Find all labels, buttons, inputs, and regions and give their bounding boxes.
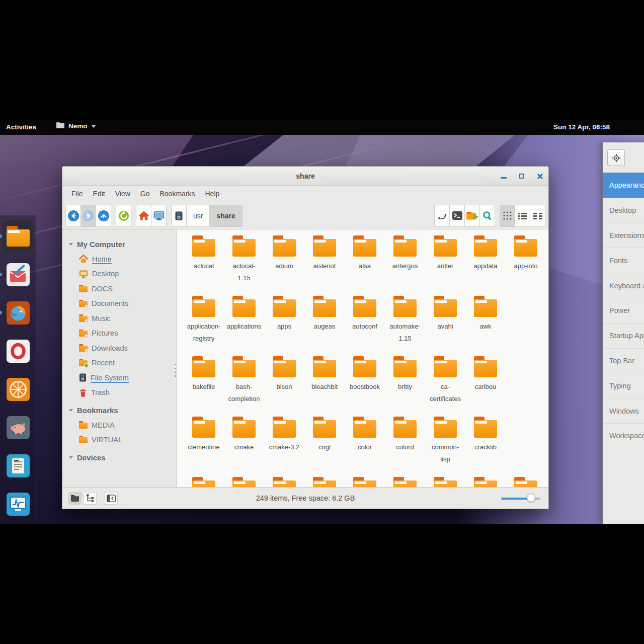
tweaks-item-extensions[interactable]: Extensions bbox=[603, 223, 644, 248]
menu-edit[interactable]: Edit bbox=[88, 186, 110, 202]
clock[interactable]: Sun 12 Apr, 06:58 bbox=[553, 123, 610, 131]
sidebar-section-bookmarks[interactable]: Bookmarks bbox=[62, 403, 176, 418]
sidebar-section-my-computer[interactable]: My Computer bbox=[62, 236, 176, 252]
file-item-cmake[interactable]: cmake bbox=[224, 417, 264, 453]
file-item-aclocal-1.15[interactable]: aclocal- 1.15 bbox=[224, 235, 264, 284]
file-item-app-info[interactable]: app-info bbox=[506, 235, 546, 272]
search-button[interactable] bbox=[479, 205, 495, 227]
new-folder-button[interactable] bbox=[464, 205, 480, 227]
tweaks-item-workspaces[interactable]: Workspaces bbox=[603, 423, 644, 448]
file-item-colord[interactable]: colord bbox=[385, 417, 425, 453]
minimize-button[interactable] bbox=[500, 173, 507, 180]
file-item-partial[interactable] bbox=[304, 477, 345, 487]
file-item-cogl[interactable]: cogl bbox=[304, 417, 345, 453]
dock-item-system-monitor[interactable] bbox=[4, 490, 32, 518]
sidebar-item-virtual[interactable]: VIRTUAL bbox=[62, 433, 176, 448]
sidebar-item-desktop[interactable]: Desktop bbox=[62, 267, 176, 282]
window-titlebar[interactable]: share bbox=[62, 167, 548, 186]
maximize-button[interactable] bbox=[518, 173, 525, 180]
file-item-aisleriot[interactable]: aisleriot bbox=[304, 235, 345, 272]
file-item-alsa[interactable]: alsa bbox=[345, 235, 385, 272]
zoom-slider-handle[interactable] bbox=[527, 494, 535, 502]
file-item-augeas[interactable]: augeas bbox=[304, 296, 345, 333]
dock-item-mail-client[interactable] bbox=[4, 261, 32, 289]
file-item-automake-1.15[interactable]: automake- 1.15 bbox=[385, 296, 425, 345]
file-item-bakefile[interactable]: bakefile bbox=[184, 356, 224, 393]
file-item-bleachbit[interactable]: bleachbit bbox=[304, 356, 345, 393]
file-item-color[interactable]: color bbox=[345, 417, 385, 453]
file-item-bash-completion[interactable]: bash- completion bbox=[224, 356, 264, 405]
compact-view-button[interactable] bbox=[530, 205, 545, 227]
sidebar-item-home[interactable]: Home bbox=[62, 252, 176, 267]
pane-separator-grip[interactable] bbox=[174, 350, 177, 390]
tweaks-item-startup-applications[interactable]: Startup Applications bbox=[603, 323, 644, 348]
file-item-applications[interactable]: applications bbox=[224, 296, 264, 333]
menu-help[interactable]: Help bbox=[200, 186, 225, 202]
sidebar-item-recent[interactable]: Recent bbox=[62, 356, 176, 371]
home-button[interactable] bbox=[136, 205, 151, 227]
tweaks-item-desktop[interactable]: Desktop bbox=[603, 198, 644, 223]
file-item-caribou[interactable]: caribou bbox=[465, 356, 506, 393]
tweaks-item-keyboard-mouse[interactable]: Keyboard & Mouse bbox=[603, 273, 644, 298]
file-item-awk[interactable]: awk bbox=[465, 296, 506, 333]
tweaks-item-typing[interactable]: Typing bbox=[603, 373, 644, 398]
sidebar-item-downloads[interactable]: Downloads bbox=[62, 341, 176, 356]
refresh-button[interactable] bbox=[116, 205, 131, 227]
file-item-autoconf[interactable]: autoconf bbox=[345, 296, 385, 333]
file-item-avahi[interactable]: avahi bbox=[425, 296, 465, 333]
file-item-cmake-3.2[interactable]: cmake-3.2 bbox=[264, 417, 304, 453]
file-item-clementine[interactable]: clementine bbox=[184, 417, 224, 453]
sidebar-item-documents[interactable]: Documents bbox=[62, 296, 176, 311]
file-item-brltty[interactable]: brltty bbox=[385, 356, 425, 393]
menu-file[interactable]: File bbox=[66, 186, 88, 202]
up-button[interactable] bbox=[96, 205, 111, 227]
filesystem-crumb-button[interactable] bbox=[171, 205, 187, 227]
open-terminal-button[interactable] bbox=[449, 205, 465, 227]
file-item-ca-certificates[interactable]: ca- certificates bbox=[425, 356, 465, 405]
file-item-partial[interactable] bbox=[465, 477, 506, 487]
file-item-apps[interactable]: apps bbox=[264, 296, 304, 333]
file-item-common-lisp[interactable]: common- lisp bbox=[425, 417, 465, 465]
dock-item-piggy-bank[interactable] bbox=[4, 414, 32, 442]
file-item-antergos[interactable]: antergos bbox=[385, 235, 425, 272]
file-item-partial[interactable] bbox=[385, 477, 425, 487]
sidebar-item-docs[interactable]: DOCS bbox=[62, 281, 176, 296]
breadcrumb-share[interactable]: share bbox=[209, 205, 242, 227]
menu-go[interactable]: Go bbox=[135, 186, 155, 202]
icon-view-button[interactable] bbox=[500, 205, 515, 227]
dock-item-clementine[interactable] bbox=[4, 375, 32, 404]
dock-item-file-manager[interactable] bbox=[4, 222, 32, 251]
file-item-antler[interactable]: antler bbox=[425, 235, 465, 272]
sidebar-item-media[interactable]: MEDIA bbox=[62, 418, 176, 433]
file-item-bison[interactable]: bison bbox=[264, 356, 304, 393]
file-item-partial[interactable] bbox=[184, 477, 224, 487]
forward-button[interactable] bbox=[80, 205, 96, 227]
sidebar-item-pictures[interactable]: Pictures bbox=[62, 326, 176, 341]
sidebar-item-file-system[interactable]: File System bbox=[62, 370, 176, 385]
breadcrumb-usr[interactable]: usr bbox=[186, 205, 210, 227]
file-item-partial[interactable] bbox=[264, 477, 304, 487]
file-item-partial[interactable] bbox=[345, 477, 385, 487]
file-item-boostbook[interactable]: boostbook bbox=[345, 356, 385, 393]
file-item-aclocal[interactable]: aclocal bbox=[184, 235, 224, 272]
tweaks-item-windows[interactable]: Windows bbox=[603, 398, 644, 423]
sidebar-item-music[interactable]: Music bbox=[62, 311, 176, 326]
zoom-slider[interactable] bbox=[501, 494, 540, 503]
back-button[interactable] bbox=[65, 205, 81, 227]
tweaks-item-top-bar[interactable]: Top Bar bbox=[603, 348, 644, 373]
dock-item-document-app[interactable] bbox=[4, 452, 32, 480]
file-item-adium[interactable]: adium bbox=[264, 235, 304, 272]
menu-view[interactable]: View bbox=[110, 186, 135, 202]
edit-location-button[interactable] bbox=[434, 205, 450, 227]
locate-pointer-button[interactable] bbox=[607, 149, 625, 166]
file-item-partial[interactable] bbox=[506, 477, 546, 487]
list-view-button[interactable] bbox=[515, 205, 530, 227]
dock-item-firefox[interactable] bbox=[4, 299, 32, 327]
file-item-application-registry[interactable]: application- registry bbox=[184, 296, 224, 345]
file-item-cracklib[interactable]: cracklib bbox=[465, 417, 506, 453]
sidebar-item-trash[interactable]: Trash bbox=[62, 385, 176, 400]
activities-button[interactable]: Activities bbox=[6, 123, 36, 131]
file-item-partial[interactable] bbox=[224, 477, 264, 487]
app-menu[interactable]: Nemo bbox=[56, 122, 96, 130]
tweaks-item-power[interactable]: Power bbox=[603, 298, 644, 323]
